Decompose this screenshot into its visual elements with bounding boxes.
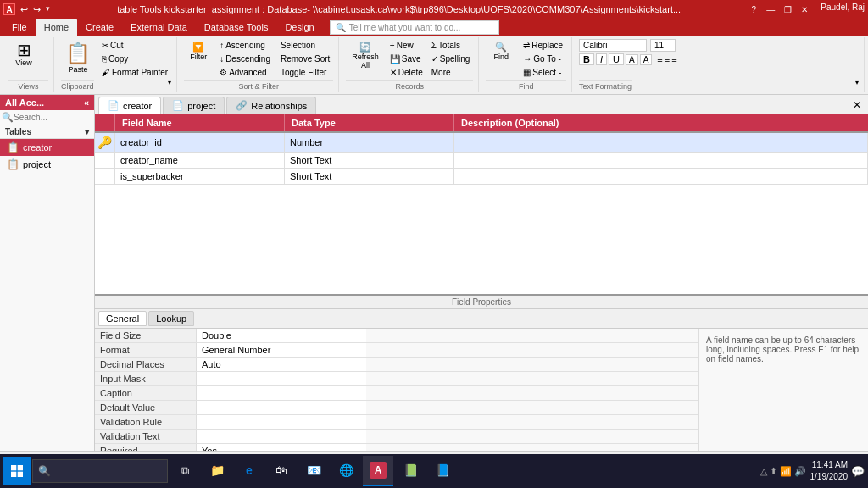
view-button[interactable]: ⊞ View xyxy=(8,39,39,69)
tell-me-input[interactable]: 🔍 Tell me what you want to do... xyxy=(330,20,499,35)
fp-value[interactable] xyxy=(197,415,366,429)
goto-icon: → xyxy=(523,54,531,64)
italic-button[interactable]: I xyxy=(596,53,607,65)
nav-item-project[interactable]: 📋 project xyxy=(0,156,94,173)
task-view-btn[interactable]: ⧉ xyxy=(170,456,200,486)
font-name-box[interactable]: Calibri xyxy=(579,39,647,52)
font-color-button[interactable]: A xyxy=(626,54,638,65)
delete-record-button[interactable]: ✕ Delete xyxy=(387,66,426,79)
goto-button[interactable]: → Go To - xyxy=(520,53,566,65)
fp-tab-lookup[interactable]: Lookup xyxy=(148,311,194,326)
close-button[interactable]: ✕ xyxy=(797,3,812,16)
tab-home[interactable]: Home xyxy=(36,19,77,36)
refresh-button[interactable]: 🔄 RefreshAll xyxy=(346,39,385,72)
filter-button[interactable]: 🔽 Filter xyxy=(184,39,213,79)
table-row[interactable]: 🔑 creator_id Number xyxy=(95,133,868,152)
data-type-cell[interactable]: Short Text xyxy=(285,152,454,168)
tab-design[interactable]: Design xyxy=(276,19,322,36)
selection-button[interactable]: Selection xyxy=(277,39,333,52)
fp-value[interactable] xyxy=(197,386,366,400)
select-button[interactable]: ▦ Select - xyxy=(520,66,566,79)
format-painter-button[interactable]: 🖌 Format Painter xyxy=(98,66,171,79)
more-button[interactable]: More xyxy=(428,66,474,79)
table-tab-icon-project: 📄 xyxy=(172,100,184,111)
replace-button[interactable]: ⇌ Replace xyxy=(520,39,566,52)
data-type-cell[interactable]: Short Text xyxy=(285,169,454,184)
fp-value[interactable] xyxy=(197,372,366,385)
table-tab-relationships[interactable]: 🔗 Relationships xyxy=(226,97,316,114)
text-formatting-expand[interactable]: ▾ xyxy=(855,79,859,91)
data-type-cell[interactable]: Number xyxy=(285,133,454,152)
save-record-button[interactable]: 💾 Save xyxy=(387,53,426,65)
taskbar-app-word[interactable]: 📘 xyxy=(427,456,458,486)
table-row[interactable]: is_superbacker Short Text xyxy=(95,169,868,185)
close-table-icon[interactable]: ✕ xyxy=(853,99,861,111)
taskbar-app-outlook[interactable]: 📧 xyxy=(298,456,329,486)
underline-button[interactable]: U xyxy=(609,53,624,65)
paste-button[interactable]: 📋 Paste xyxy=(61,39,95,76)
spelling-button[interactable]: ✓ Spelling xyxy=(428,53,474,65)
taskbar-app-store[interactable]: 🛍 xyxy=(266,456,297,486)
table-tab-creator[interactable]: 📄 creator xyxy=(98,97,161,114)
table-tab-project[interactable]: 📄 project xyxy=(163,97,225,114)
clock[interactable]: 11:41 AM 1/19/2020 xyxy=(810,459,849,483)
minimize-button[interactable]: — xyxy=(763,3,778,16)
clipboard-content: 📋 Paste ✂ Cut ⎘ Copy 🖌 Format Painter xyxy=(61,39,171,79)
fp-row-caption: Caption xyxy=(95,386,698,401)
cut-button[interactable]: ✂ Cut xyxy=(98,39,171,52)
notifications-icon[interactable]: 💬 xyxy=(851,465,865,478)
field-name-cell[interactable]: creator_id xyxy=(115,133,285,152)
fp-tab-general[interactable]: General xyxy=(98,311,147,326)
restore-button[interactable]: ❐ xyxy=(780,3,795,16)
sort-filter-small2: Selection Remove Sort Toggle Filter xyxy=(277,39,333,79)
totals-button[interactable]: Σ Totals xyxy=(428,39,474,52)
fp-value[interactable]: Auto xyxy=(197,358,366,371)
redo-btn[interactable]: ↪ xyxy=(31,4,42,15)
tab-database-tools[interactable]: Database Tools xyxy=(196,19,277,36)
align-left-icon[interactable]: ≡ xyxy=(657,54,662,64)
table-row[interactable]: creator_name Short Text xyxy=(95,152,868,169)
highlight-button[interactable]: A xyxy=(640,54,653,65)
start-button[interactable] xyxy=(3,458,31,485)
tab-create[interactable]: Create xyxy=(77,19,122,36)
clipboard-group-label: Clipboard xyxy=(61,80,94,91)
help-button[interactable]: ? xyxy=(746,3,761,16)
field-name-cell[interactable]: is_superbacker xyxy=(115,169,285,184)
ascending-button[interactable]: ↑ Ascending xyxy=(216,39,274,52)
fp-value[interactable]: Yes xyxy=(197,444,366,451)
taskbar-app-edge[interactable]: e xyxy=(234,456,264,486)
field-name-cell[interactable]: creator_name xyxy=(115,152,285,168)
nav-search-input[interactable] xyxy=(14,113,81,122)
copy-button[interactable]: ⎘ Copy xyxy=(98,53,171,65)
taskbar-app-file-explorer[interactable]: 📁 xyxy=(202,456,232,486)
fp-value[interactable] xyxy=(197,430,366,443)
tab-file[interactable]: File xyxy=(3,19,36,36)
toggle-filter-button[interactable]: Toggle Filter xyxy=(277,66,333,79)
svg-rect-2 xyxy=(11,472,16,477)
tab-external-data[interactable]: External Data xyxy=(122,19,196,36)
fp-value[interactable]: Double xyxy=(197,329,366,342)
taskbar-app-access[interactable]: A xyxy=(363,456,393,486)
remove-sort-button[interactable]: Remove Sort xyxy=(277,53,333,65)
nav-collapse-icon[interactable]: « xyxy=(84,97,89,108)
advanced-button[interactable]: ⚙ Advanced xyxy=(216,66,274,79)
font-size-box[interactable]: 11 xyxy=(650,39,676,52)
align-center-icon[interactable]: ≡ xyxy=(665,54,670,64)
new-record-button[interactable]: + New xyxy=(387,39,426,52)
fp-value[interactable]: General Number xyxy=(197,343,366,357)
taskbar-app-chrome[interactable]: 🌐 xyxy=(331,456,361,486)
fp-value[interactable] xyxy=(197,401,366,414)
find-button[interactable]: 🔍 Find xyxy=(486,39,516,64)
nav-section-expand[interactable]: ▾ xyxy=(85,127,89,136)
taskbar-app-excel[interactable]: 📗 xyxy=(395,456,426,486)
field-properties-panel: Field Properties General Lookup Field Si… xyxy=(95,294,868,451)
qat-dropdown[interactable]: ▾ xyxy=(44,4,52,15)
taskbar-search[interactable]: 🔍 xyxy=(32,459,168,483)
undo-btn[interactable]: ↩ xyxy=(19,4,30,15)
replace-icon: ⇌ xyxy=(523,41,530,50)
nav-item-creator[interactable]: 📋 creator xyxy=(0,139,94,156)
clipboard-expand[interactable]: ▾ xyxy=(168,79,171,91)
bold-button[interactable]: B xyxy=(579,53,594,65)
align-right-icon[interactable]: ≡ xyxy=(671,54,676,64)
descending-button[interactable]: ↓ Descending xyxy=(216,53,274,65)
